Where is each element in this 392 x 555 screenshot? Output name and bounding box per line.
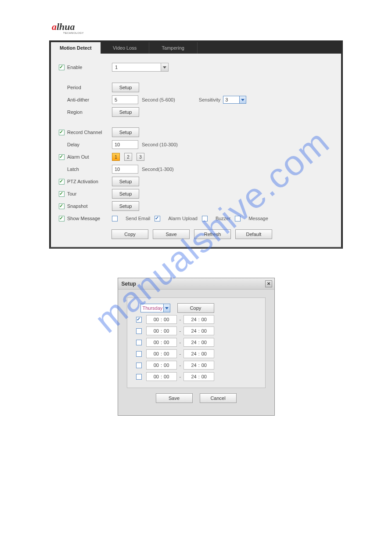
record-channel-setup-button[interactable]: Setup: [112, 127, 139, 137]
buzzer-checkbox[interactable]: [202, 216, 208, 221]
logo-sub: TECHNOLOGY: [63, 32, 392, 34]
popup-copy-button[interactable]: Copy: [177, 303, 214, 313]
send-email-checkbox[interactable]: [112, 216, 118, 221]
sensitivity-label: Sensitivity: [199, 97, 221, 102]
tab-motion-detect[interactable]: Motion Detect: [51, 42, 101, 54]
tour-setup-button[interactable]: Setup: [112, 189, 139, 199]
dialog-button-row: Save Cancel: [127, 393, 266, 403]
time-end-input[interactable]: 24:00: [183, 338, 214, 347]
dialog-body: Thursday Copy 00:00-24:0000:00-24:0000:0…: [118, 290, 274, 415]
panel-body: Enable 1 Period Setup Anti-dither Second…: [51, 54, 341, 247]
enable-checkbox[interactable]: [59, 65, 65, 70]
ptz-activation-checkbox[interactable]: [59, 179, 65, 185]
time-row: 00:00-24:00: [136, 315, 257, 324]
tour-label: Tour: [67, 191, 112, 196]
antidither-label: Anti-dither: [67, 97, 112, 102]
schedule-box: Thursday Copy 00:00-24:0000:00-24:0000:0…: [127, 297, 266, 388]
range-dash: -: [180, 363, 181, 368]
time-end-input[interactable]: 24:00: [183, 315, 214, 324]
time-start-input[interactable]: 00:00: [146, 326, 177, 335]
time-enable-checkbox[interactable]: [136, 340, 142, 345]
range-dash: -: [180, 340, 181, 345]
alarm-out-3-button[interactable]: 3: [137, 153, 144, 161]
popup-cancel-button[interactable]: Cancel: [200, 393, 237, 403]
latch-label: Latch: [67, 167, 112, 172]
time-start-input[interactable]: 00:00: [146, 372, 177, 381]
setup-dialog: Setup ✕ Thursday Copy 00:00-24:0000:00-2…: [118, 278, 275, 416]
ptz-activation-label: PTZ Activation: [67, 179, 112, 184]
tour-checkbox[interactable]: [59, 191, 65, 197]
channel-dropdown-button[interactable]: [161, 63, 168, 71]
dialog-title: Setup: [122, 281, 136, 287]
close-icon: ✕: [267, 281, 270, 286]
ptz-setup-button[interactable]: Setup: [112, 177, 139, 186]
message-checkbox[interactable]: [235, 216, 241, 221]
time-enable-checkbox[interactable]: [136, 328, 142, 334]
time-enable-checkbox[interactable]: [136, 317, 142, 323]
snapshot-setup-button[interactable]: Setup: [112, 201, 139, 211]
time-row: 00:00-24:00: [136, 349, 257, 359]
default-button[interactable]: Default: [235, 229, 272, 239]
day-dropdown-button[interactable]: [163, 304, 170, 312]
latch-input[interactable]: [112, 165, 138, 174]
sensitivity-select[interactable]: 3: [223, 96, 246, 104]
channel-select[interactable]: 1: [112, 63, 169, 72]
tab-video-loss[interactable]: Video Loss: [101, 42, 149, 54]
popup-save-button[interactable]: Save: [156, 393, 193, 403]
region-label: Region: [67, 109, 112, 115]
delay-input[interactable]: [112, 140, 138, 149]
range-dash: -: [180, 317, 181, 322]
alarm-out-1-button[interactable]: 1: [112, 153, 120, 161]
show-message-checkbox[interactable]: [59, 216, 65, 221]
time-row: 00:00-24:00: [136, 360, 257, 370]
time-start-input[interactable]: 00:00: [146, 349, 177, 358]
refresh-button[interactable]: Refresh: [194, 229, 231, 239]
day-select[interactable]: Thursday: [140, 304, 170, 312]
range-dash: -: [180, 374, 181, 379]
time-start-input[interactable]: 00:00: [146, 338, 177, 347]
alarm-out-checkbox[interactable]: [59, 154, 65, 160]
alarm-out-label: Alarm Out: [67, 154, 112, 160]
time-row: 00:00-24:00: [136, 337, 257, 347]
period-setup-button[interactable]: Setup: [112, 83, 139, 92]
alarm-out-2-button[interactable]: 2: [124, 153, 132, 161]
snapshot-label: Snapshot: [67, 203, 112, 209]
region-setup-button[interactable]: Setup: [112, 107, 139, 117]
time-end-input[interactable]: 24:00: [183, 326, 214, 335]
dialog-titlebar: Setup ✕: [118, 278, 274, 290]
action-button-row: Copy Save Refresh Default: [111, 229, 333, 239]
antidither-hint: Second (5-600): [142, 97, 175, 102]
close-button[interactable]: ✕: [265, 280, 272, 287]
tab-bar: Motion Detect Video Loss Tampering: [51, 42, 341, 54]
delay-label: Delay: [67, 142, 112, 147]
snapshot-checkbox[interactable]: [59, 203, 65, 209]
range-dash: -: [180, 351, 181, 356]
alarm-upload-checkbox[interactable]: [155, 216, 160, 221]
time-start-input[interactable]: 00:00: [146, 361, 177, 370]
time-row: 00:00-24:00: [136, 372, 257, 381]
antidither-input[interactable]: [112, 95, 138, 104]
time-start-input[interactable]: 00:00: [146, 315, 177, 324]
record-channel-label: Record Channel: [67, 130, 112, 135]
time-end-input[interactable]: 24:00: [183, 349, 214, 358]
motion-detect-panel: Motion Detect Video Loss Tampering Enabl…: [49, 40, 343, 249]
save-button[interactable]: Save: [153, 229, 190, 239]
tab-tampering[interactable]: Tampering: [149, 42, 198, 54]
period-label: Period: [67, 85, 112, 90]
buzzer-label: Buzzer: [216, 216, 230, 221]
time-enable-checkbox[interactable]: [136, 351, 142, 357]
copy-button[interactable]: Copy: [111, 229, 148, 239]
record-channel-checkbox[interactable]: [59, 130, 65, 135]
time-enable-checkbox[interactable]: [136, 363, 142, 368]
time-enable-checkbox[interactable]: [136, 374, 142, 380]
logo-lhua: lhua: [57, 21, 75, 32]
logo-a: a: [52, 21, 57, 32]
chevron-down-icon: [165, 307, 169, 309]
time-end-input[interactable]: 24:00: [183, 372, 214, 381]
sensitivity-dropdown-button[interactable]: [239, 96, 246, 103]
send-email-label: Send Email: [126, 216, 150, 221]
chevron-down-icon: [163, 66, 166, 69]
time-end-input[interactable]: 24:00: [183, 361, 214, 370]
sensitivity-value: 3: [223, 96, 239, 103]
alarm-upload-label: Alarm Upload: [168, 216, 198, 221]
